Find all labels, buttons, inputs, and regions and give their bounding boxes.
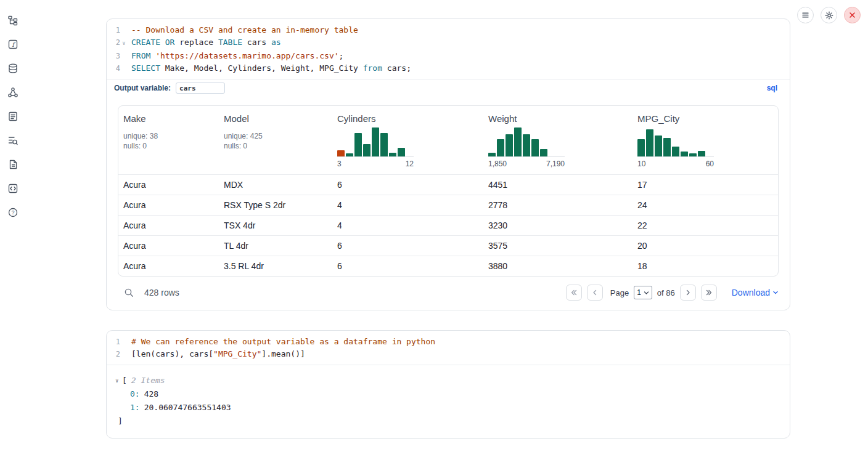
histogram-bars [337,126,414,157]
code-line: 2[len(cars), cars["MPG_City"].mean()] [107,348,790,360]
histogram-bar [698,151,705,156]
results-table: Make unique: 38 nulls: 0 Model unique: 4… [118,105,779,277]
output-variable-bar: Output variable: sql [107,79,790,97]
page-label: Page [610,288,629,297]
code-text: [len(cars), cars["MPG_City"].mean()] [128,348,305,360]
column-header-cylinders[interactable]: Cylinders 3 12 [337,113,488,168]
histogram-bar [506,134,513,156]
next-page-button[interactable] [680,285,696,301]
sql-code-editor[interactable]: 1-- Download a CSV and create an in-memo… [107,19,790,79]
histogram-bar [681,152,688,156]
code-text: CREATE OR replace TABLE cars as [128,36,281,50]
code-line: 4SELECT Make, Model, Cylinders, Weight, … [107,62,790,75]
table-row[interactable]: Acura3.5 RL 4dr6388018 [118,256,778,276]
line-number: 3 [107,50,120,62]
menu-button[interactable] [797,7,814,23]
histogram-bar [354,133,362,156]
line-number: 4 [107,62,120,75]
close-button[interactable] [844,7,861,23]
item-index: 1: [130,401,140,415]
close-bracket: ] [115,415,790,428]
histogram-bar [523,134,530,156]
left-sidebar: f ? [6,14,20,219]
code-line: 1-- Download a CSV and create an in-memo… [107,24,790,36]
documentation-icon[interactable] [6,158,20,171]
histogram-bar [531,139,539,156]
first-page-button[interactable] [566,285,582,301]
item-value: 20.060747663551403 [144,401,231,415]
collapse-toggle-icon[interactable]: ∨ [115,374,122,387]
histogram-bar [380,133,388,156]
hist-min-label: 3 [337,160,342,168]
download-button[interactable]: Download [732,288,779,297]
line-number: 1 [107,336,120,348]
code-line: 2∨CREATE OR replace TABLE cars as [107,36,790,50]
table-header-row: Make unique: 38 nulls: 0 Model unique: 4… [118,106,778,174]
line-number: 1 [107,24,120,36]
snippets-icon[interactable] [6,182,20,195]
column-header-mpg-city[interactable]: MPG_City 10 60 [637,113,778,168]
histogram-bar [655,136,662,156]
hist-min-label: 10 [637,160,645,168]
code-text: SELECT Make, Model, Cylinders, Weight, M… [128,62,411,75]
histogram-bar [497,139,504,156]
histogram-bar [346,153,353,156]
logs-icon[interactable] [6,134,20,147]
mpg-city-histogram: 10 60 [637,126,714,168]
svg-text:?: ? [12,209,15,216]
fold-toggle-icon[interactable]: ∨ [120,36,128,50]
table-row[interactable]: AcuraTL 4dr6357520 [118,235,778,256]
search-icon[interactable] [124,288,134,298]
table-row[interactable]: AcuraTSX 4dr4323022 [118,215,778,235]
code-line: 1# We can reference the output variable … [107,336,790,348]
code-text: # We can reference the output variable a… [128,336,435,348]
hist-min-label: 1,850 [488,160,507,168]
output-variable-input[interactable] [176,83,225,94]
histogram-bar [514,127,522,156]
row-count: 428 rows [144,288,179,297]
column-header-make[interactable]: Make unique: 38 nulls: 0 [123,113,224,168]
datasources-icon[interactable] [6,62,20,75]
variables-icon[interactable]: f [6,38,20,51]
pagination: Page 1 of 86 Download [566,285,779,301]
code-text: -- Download a CSV and create an in-memor… [128,24,358,36]
output-variable-label: Output variable: [114,84,171,92]
table-row[interactable]: AcuraRSX Type S 2dr4277824 [118,195,778,215]
page-select[interactable]: 1 [634,286,652,299]
previous-page-button[interactable] [587,285,603,301]
item-index: 0: [130,387,140,401]
language-badge: sql [767,84,777,92]
column-header-model[interactable]: Model unique: 425 nulls: 0 [224,113,337,168]
line-number: 2 [107,348,120,360]
histogram-bar [672,147,679,156]
settings-button[interactable] [821,7,837,23]
open-bracket: [ [122,374,127,387]
list-item: 0: 428 [115,387,790,401]
column-stat: unique: 425 [224,131,337,141]
dependencies-icon[interactable] [6,86,20,99]
histogram-bar [689,153,697,156]
fold-gutter-spacer [120,336,128,348]
items-count-label: 2 Items [131,374,165,387]
column-stat: unique: 38 [123,131,224,141]
table-row[interactable]: AcuraMDX6445117 [118,174,778,195]
histogram-bar [488,153,496,156]
last-page-button[interactable] [701,285,717,301]
python-code-editor[interactable]: 1# We can reference the output variable … [107,331,790,365]
code-text: FROM 'https://datasets.marimo.app/cars.c… [128,50,343,62]
histogram-bars [637,126,714,157]
fold-gutter-spacer [120,50,128,62]
file-explorer-icon[interactable] [6,14,20,27]
notebook-area: 1-- Download a CSV and create an in-memo… [106,18,790,439]
help-icon[interactable]: ? [6,206,20,219]
sql-cell: 1-- Download a CSV and create an in-memo… [106,18,790,310]
column-stat: nulls: 0 [224,141,337,151]
scratchpad-icon[interactable] [6,110,20,123]
svg-text:f: f [12,41,16,48]
hist-max-label: 7,190 [546,160,565,168]
column-header-weight[interactable]: Weight 1,850 7,190 [488,113,637,168]
fold-gutter-spacer [120,62,128,75]
column-stat: nulls: 0 [123,141,224,151]
page-total: of 86 [657,288,675,297]
histogram-bar [540,149,547,156]
